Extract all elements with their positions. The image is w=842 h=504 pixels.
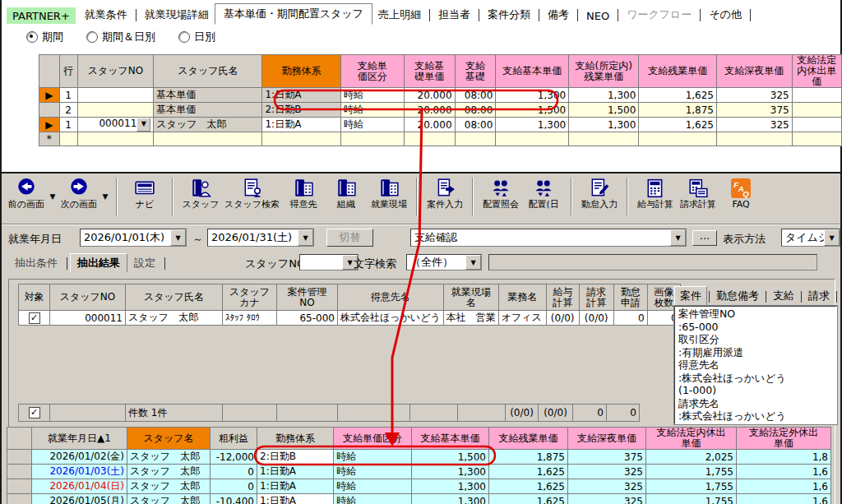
row-selector[interactable]: * bbox=[39, 132, 60, 146]
cell[interactable]: 基本単価 bbox=[154, 88, 262, 103]
cell[interactable]: スタッフ 太郎 bbox=[126, 311, 223, 326]
checkbox-checked-icon[interactable]: ✓ bbox=[29, 312, 40, 324]
cell[interactable]: 1,755 bbox=[646, 465, 737, 479]
cell[interactable]: 1,6 bbox=[737, 494, 831, 504]
switch-button[interactable]: 切替 bbox=[326, 229, 373, 247]
payroll-calc-button[interactable]: 給与計算 bbox=[634, 176, 677, 211]
tab-sales-detail[interactable]: 売上明細 bbox=[372, 5, 427, 24]
tab-billing[interactable]: 請求 bbox=[803, 287, 835, 305]
case-input-button[interactable]: 案件入力 bbox=[423, 176, 466, 211]
col-billing[interactable]: 請求 計算 bbox=[579, 284, 613, 311]
checkbox-checked-icon[interactable]: ✓ bbox=[29, 407, 40, 418]
cell[interactable]: 20.000 bbox=[404, 103, 455, 118]
cell[interactable] bbox=[154, 132, 262, 146]
cell[interactable] bbox=[496, 132, 569, 146]
cell[interactable]: スタッフ 太郎 bbox=[127, 479, 210, 494]
cell[interactable]: 時給 bbox=[334, 465, 412, 479]
tab-payment[interactable]: 支給 bbox=[768, 287, 799, 305]
cell[interactable]: -10,400 bbox=[210, 494, 257, 504]
cell[interactable]: スタッフ 太郎 bbox=[127, 465, 210, 479]
date-from-combo[interactable]: 2026/01/01(木)▼ bbox=[80, 229, 187, 247]
tab-remarks[interactable]: 備考 bbox=[542, 5, 575, 24]
col-staff-name[interactable]: スタッフ氏名 bbox=[126, 284, 223, 311]
cell-date[interactable]: 2026/01/05(月) bbox=[32, 494, 127, 504]
cell[interactable]: 65-000 bbox=[277, 311, 338, 326]
cell[interactable]: 1:日勤A bbox=[257, 465, 334, 479]
col-staff-name[interactable]: スタッフ名 bbox=[127, 428, 210, 450]
cell[interactable]: 時給 bbox=[334, 450, 412, 465]
col-staff-no[interactable]: スタッフNO bbox=[50, 284, 126, 311]
cell[interactable] bbox=[77, 88, 154, 103]
cell[interactable]: 1,875 bbox=[489, 450, 568, 465]
cell[interactable]: 1,500 bbox=[569, 103, 639, 118]
cell[interactable]: 時給 bbox=[334, 479, 412, 494]
cell[interactable] bbox=[77, 103, 154, 118]
cell[interactable]: 325 bbox=[716, 118, 792, 132]
cell[interactable]: 1,6 bbox=[737, 465, 831, 479]
radio-daily[interactable]: 日別 bbox=[178, 30, 215, 44]
col-shift[interactable]: 勤務体系 bbox=[257, 428, 334, 450]
tab-partner[interactable]: PARTNER+ bbox=[7, 7, 76, 24]
cell[interactable]: 08:00 bbox=[455, 118, 496, 132]
cell[interactable]: 1:日勤A bbox=[257, 479, 334, 494]
payment-confirm-combo[interactable]: 支給確認▼ bbox=[410, 229, 687, 247]
text-search-combo[interactable]: （全件）▼ bbox=[406, 254, 482, 270]
cell[interactable]: 時給 bbox=[340, 118, 404, 132]
cell[interactable] bbox=[404, 132, 455, 146]
cell[interactable]: 1,300 bbox=[569, 118, 639, 132]
cell[interactable]: 1,300 bbox=[496, 118, 569, 132]
chevron-down-icon[interactable]: ▼ bbox=[465, 255, 481, 270]
cell[interactable]: 1,625 bbox=[639, 118, 717, 132]
row-selector[interactable] bbox=[7, 450, 32, 465]
cell[interactable]: 時給 bbox=[334, 494, 412, 504]
cell[interactable]: 本社 営業 bbox=[443, 311, 498, 326]
cell-staff-no-combo[interactable]: ▼000011 bbox=[77, 118, 154, 132]
next-screen-dropdown[interactable]: ▼ bbox=[100, 176, 110, 201]
cell[interactable]: 1 bbox=[59, 118, 77, 132]
cell[interactable]: ｽﾀｯﾌ ﾀﾛｳ bbox=[223, 311, 277, 326]
tab-base-unit-price[interactable]: 基本単価・期間配置スタッフ bbox=[215, 3, 372, 25]
cell[interactable]: 1:日勤A bbox=[257, 494, 334, 504]
billing-calc-button[interactable]: 請求計算 bbox=[677, 176, 719, 211]
col-work-date-sorted[interactable]: 就業年月日▲1 bbox=[32, 428, 127, 450]
cell[interactable]: 325 bbox=[568, 479, 646, 494]
cell[interactable]: 325 bbox=[568, 494, 646, 504]
cell[interactable]: 1,8 bbox=[737, 450, 831, 465]
faq-button[interactable]: FAQ FAQ bbox=[719, 176, 762, 211]
cell[interactable]: 325 bbox=[568, 465, 646, 479]
cell[interactable]: 2:日勤B bbox=[257, 450, 334, 465]
col-staff-kana[interactable]: スタッフ カナ bbox=[223, 284, 277, 311]
target-checkbox-cell[interactable]: ✓ bbox=[19, 311, 50, 326]
cell[interactable]: 1,625 bbox=[639, 88, 717, 103]
col-client[interactable]: 得意先名 bbox=[338, 284, 444, 311]
cell-date[interactable]: 2026/01/04(日) bbox=[32, 479, 127, 494]
cell-date[interactable]: 2026/01/03(土) bbox=[32, 465, 127, 479]
chevron-down-icon[interactable]: ▼ bbox=[298, 229, 313, 246]
col-worksite[interactable]: 就業現場 名 bbox=[443, 284, 498, 311]
row-selector[interactable] bbox=[7, 494, 32, 504]
chevron-down-icon[interactable]: ▼ bbox=[824, 229, 840, 246]
row-selector[interactable]: ▶ bbox=[39, 88, 60, 103]
cell[interactable]: 0 bbox=[613, 311, 647, 326]
col-work[interactable]: 業務名 bbox=[498, 284, 546, 311]
tab-workflow[interactable]: ワークフロー bbox=[621, 5, 697, 24]
text-search-input[interactable] bbox=[488, 254, 817, 270]
cell[interactable]: オフィス bbox=[498, 311, 546, 326]
tab-attendance-notes[interactable]: 勤怠備考 bbox=[711, 287, 764, 305]
cell[interactable]: 375 bbox=[568, 450, 646, 465]
cell[interactable]: -12,000 bbox=[210, 450, 257, 465]
cell[interactable]: 08:00 bbox=[455, 88, 496, 103]
cell[interactable]: 1:日勤A bbox=[262, 88, 340, 103]
cell[interactable] bbox=[455, 132, 496, 146]
row-selector[interactable] bbox=[7, 465, 32, 479]
cell[interactable]: 1,300 bbox=[569, 88, 639, 103]
cell[interactable] bbox=[792, 132, 841, 146]
cell[interactable]: 1,300 bbox=[496, 88, 569, 103]
cell[interactable]: 000011 bbox=[50, 311, 126, 326]
cell[interactable]: 1,755 bbox=[646, 479, 737, 494]
cell[interactable]: (0/0) bbox=[546, 311, 579, 326]
more-button[interactable]: ... bbox=[692, 230, 717, 246]
tab-employment-conditions[interactable]: 就業条件 bbox=[79, 5, 133, 24]
attendance-input-button[interactable]: 勤怠入力 bbox=[578, 176, 621, 211]
cell[interactable]: 375 bbox=[716, 103, 792, 118]
